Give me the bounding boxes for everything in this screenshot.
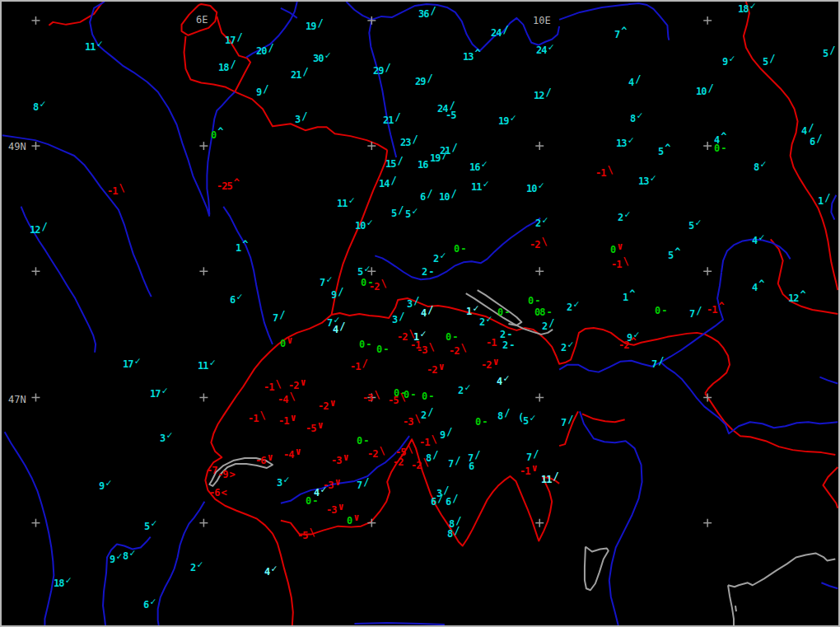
station-plot: 0∨: [610, 245, 623, 255]
temperature-value: 6: [469, 461, 474, 472]
river-line: [223, 207, 273, 344]
temperature-value: 9: [99, 480, 104, 492]
station-plot: 18/: [218, 63, 236, 73]
station-plot: 3/: [392, 315, 404, 325]
temperature-value: 0: [714, 143, 719, 154]
temperature-value: 0: [528, 295, 533, 306]
temperature-value: -4: [283, 449, 293, 461]
station-plot: 0^: [211, 130, 223, 140]
temperature-value: 0: [610, 244, 615, 255]
wind-barb-icon: /: [385, 63, 390, 73]
temperature-value: 24: [491, 27, 501, 39]
temperature-value: 08: [534, 306, 544, 318]
station-plot: 10/: [696, 87, 714, 96]
temperature-value: 10: [526, 183, 536, 194]
temperature-value: 5: [144, 521, 149, 532]
wind-barb-icon: -: [509, 340, 515, 350]
station-plot: 2-: [500, 330, 512, 339]
station-plot: 9✓: [99, 481, 111, 491]
wind-barb-icon: \: [119, 183, 124, 193]
wind-barb-icon: /: [397, 156, 403, 166]
wind-barb-icon: \: [374, 390, 380, 400]
station-plot: 5/: [823, 49, 835, 58]
wind-barb-icon: /: [696, 306, 702, 316]
station-plot: 14/: [379, 179, 397, 189]
wind-barb-icon: ✓: [326, 274, 332, 284]
station-plot: 8/: [497, 411, 510, 421]
wind-barb-icon: /: [635, 74, 641, 84]
temperature-value: 19: [306, 21, 315, 32]
temperature-value: 2: [479, 316, 484, 328]
wind-barb-icon: ^: [665, 143, 670, 153]
temperature-value: 0: [446, 331, 450, 343]
station-plot: 9✓: [722, 57, 735, 67]
temperature-value: 13: [638, 175, 648, 187]
station-plot: 15/: [385, 159, 404, 169]
temperature-value: 9: [331, 289, 336, 301]
temperature-value: -1: [520, 466, 530, 477]
station-plot: -6∨: [255, 456, 273, 466]
wind-barb-icon: \: [428, 342, 434, 352]
station-plot: 3✓: [160, 433, 172, 443]
station-plot: 9✓: [110, 554, 122, 564]
wind-barb-icon: \: [289, 391, 295, 401]
station-plot: 2-: [422, 267, 434, 277]
station-plot: 0-: [376, 344, 389, 354]
temperature-value: 10: [439, 191, 449, 203]
wind-barb-icon: -: [721, 143, 726, 153]
temperature-value: 11: [541, 474, 551, 485]
wind-barb-icon: ✓: [473, 303, 478, 313]
wind-barb-icon: ✓: [134, 356, 140, 366]
station-plot: 4^: [752, 283, 764, 292]
temperature-value: 24: [536, 44, 546, 56]
temperature-value: -2: [318, 400, 328, 412]
station-plot: 1^: [623, 292, 635, 302]
border-line: [823, 467, 838, 508]
station-plot: 0-: [446, 332, 458, 342]
station-plot: -1\: [248, 414, 266, 423]
station-plot: -25^: [217, 181, 240, 191]
temperature-value: 9: [110, 554, 114, 565]
wind-barb-icon: ✓: [324, 50, 330, 60]
wind-barb-icon: ✓: [749, 1, 755, 11]
wind-barb-icon: \: [379, 446, 385, 456]
station-plot: 12^: [788, 293, 806, 303]
temperature-value: 11: [471, 181, 481, 193]
river-line: [207, 91, 235, 214]
temperature-value: -2: [367, 448, 377, 460]
temperature-value: 0: [357, 435, 362, 447]
temperature-value: 7: [651, 358, 656, 370]
temperature-value: 12: [534, 90, 544, 101]
temperature-value: -2: [481, 359, 491, 371]
station-plot: 3/: [295, 115, 307, 124]
river-line: [5, 432, 54, 625]
station-plot: 21/: [440, 146, 458, 156]
wind-barb-icon: ✓: [236, 292, 242, 302]
station-plot: 19/: [306, 21, 324, 31]
station-plot: 2/: [421, 410, 433, 420]
temperature-value: 7: [689, 308, 694, 320]
lake-outline: [728, 553, 835, 587]
wind-barb-icon: /: [394, 112, 400, 122]
station-plot: 0∨: [347, 516, 359, 526]
station-plot: 8✓: [33, 102, 45, 112]
wind-barb-icon: ^: [674, 247, 680, 257]
wind-barb-icon: /: [707, 83, 713, 93]
temperature-value: 8: [447, 528, 452, 540]
station-plot: 0-: [422, 391, 434, 401]
temperature-value: 1: [623, 292, 628, 303]
temperature-value: 36: [418, 8, 428, 20]
wind-barb-icon: ✓: [150, 597, 156, 606]
station-plot: 4✓: [497, 377, 509, 386]
station-plot: 0-: [359, 339, 371, 349]
wind-barb-icon: -: [460, 244, 466, 254]
temperature-value: 6: [420, 191, 425, 203]
station-plot: -2: [393, 457, 403, 467]
wind-barb-icon: /: [413, 296, 419, 306]
temperature-value: 4: [801, 125, 806, 137]
station-plot: 11✓: [337, 199, 355, 208]
wind-barb-icon: -: [546, 307, 552, 317]
wind-barb-icon: ✓: [166, 430, 172, 440]
wind-barb-icon: -: [363, 436, 369, 446]
temperature-value: 1: [236, 242, 240, 254]
